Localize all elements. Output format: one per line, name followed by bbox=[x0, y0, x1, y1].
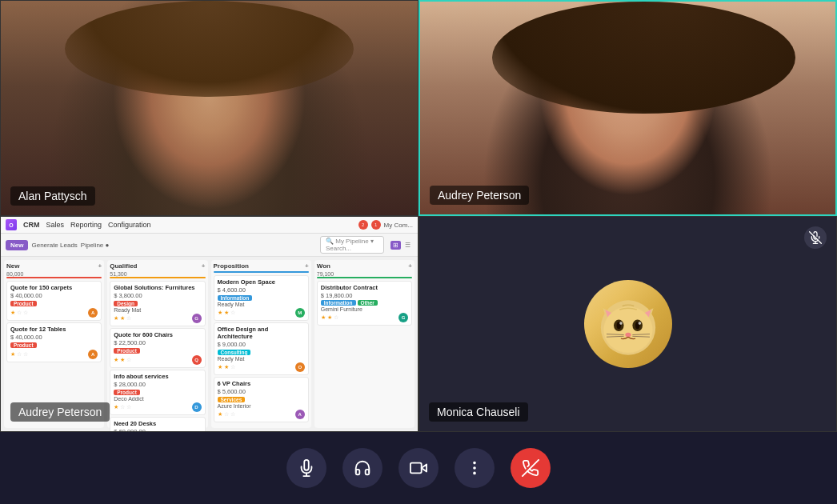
mic-icon bbox=[298, 459, 315, 477]
ss-card-distributor-amount: $ 19,800.00 bbox=[321, 292, 408, 299]
ss-card-carpets: Quote for 150 carpets $ 40,000.00 Produc… bbox=[6, 281, 102, 321]
ss-card-open-space-footer: ★★☆ M bbox=[218, 308, 305, 318]
participant-label-alan: Alan Pattysch bbox=[10, 186, 95, 206]
ss-card-vp-chairs-company: Azure Interior bbox=[218, 403, 305, 409]
video-tile-monica: Monica Chauseli bbox=[418, 216, 837, 432]
mute-icon bbox=[809, 231, 822, 244]
crm-logo: O bbox=[6, 219, 17, 230]
ss-card-architecture-footer: ★★☆ O bbox=[218, 362, 305, 372]
ss-col-qualified-divider bbox=[110, 277, 205, 278]
ss-card-carpets-title: Quote for 150 carpets bbox=[10, 284, 98, 291]
ss-card-architecture-badge: Consulting bbox=[218, 350, 251, 355]
call-controls-bar bbox=[0, 432, 837, 504]
ss-card-carpets-amount: $ 40,000.00 bbox=[10, 292, 98, 299]
ss-card-vp-chairs: 6 VP Chairs $ 5,600.00 Services Azure In… bbox=[214, 377, 309, 422]
ss-new-btn[interactable]: New bbox=[6, 240, 28, 250]
svg-point-24 bbox=[474, 462, 475, 464]
ss-card-vp-chairs-title: 6 VP Chairs bbox=[218, 380, 305, 387]
svg-point-25 bbox=[474, 467, 475, 469]
ss-card-chairs-amount: $ 22,500.00 bbox=[114, 339, 201, 346]
ss-pipeline-label: Pipeline ● bbox=[81, 242, 110, 249]
avatar-5: D bbox=[192, 402, 202, 412]
ss-col-proposition-header: Proposition + bbox=[214, 262, 309, 270]
video-bg-alan bbox=[1, 1, 418, 215]
ss-col-qualified-add[interactable]: + bbox=[202, 262, 206, 270]
star1: ★ bbox=[10, 310, 15, 316]
notification-badge2: 1 bbox=[371, 220, 381, 230]
ss-card-distributor-title: Distributor Contract bbox=[321, 284, 408, 291]
ss-card-services-badge: Product bbox=[114, 390, 140, 395]
ss-col-won-add[interactable]: + bbox=[408, 262, 412, 270]
ss-kanban-view[interactable]: ⊞ bbox=[390, 241, 401, 250]
avatar-2: A bbox=[88, 350, 98, 359]
ss-card-furnitures: Global Solutions: Furnitures $ 3,800.00 … bbox=[110, 281, 205, 326]
ss-card-architecture: Office Design and Architecture $ 9,000.0… bbox=[214, 322, 309, 375]
mic-button[interactable] bbox=[286, 448, 326, 488]
avatar-1: A bbox=[88, 308, 98, 318]
ss-card-vp-chairs-amount: $ 5,600.00 bbox=[218, 388, 305, 395]
ss-nav-config: Configuration bbox=[108, 221, 151, 229]
ss-col-new-header: New + bbox=[6, 262, 102, 270]
ss-col-new-title: New bbox=[6, 262, 19, 270]
cat-image bbox=[592, 288, 664, 360]
ss-search[interactable]: 🔍 My Pipeline ▾ Search... bbox=[320, 236, 384, 254]
ss-card-furnitures-company: Ready Mat bbox=[114, 307, 201, 313]
headset-button[interactable] bbox=[342, 448, 382, 488]
ss-col-proposition-title: Proposition bbox=[214, 262, 249, 270]
camera-icon bbox=[410, 459, 427, 477]
ss-col-proposition: Proposition + Modern Open Space $ 4,600.… bbox=[211, 260, 311, 428]
ss-card-furnitures-amount: $ 3,800.00 bbox=[114, 292, 201, 299]
ss-menubar: O CRM Sales Reporting Configuration 2 1 … bbox=[1, 217, 418, 234]
ss-card-open-space: Modern Open Space $ 4,600.00 Information… bbox=[214, 275, 309, 321]
ss-col-proposition-add[interactable]: + bbox=[305, 262, 309, 270]
ss-col-won-amount: 79,100 bbox=[317, 271, 412, 277]
end-call-button[interactable] bbox=[511, 448, 551, 488]
video-tile-screen-share: O CRM Sales Reporting Configuration 2 1 … bbox=[0, 216, 418, 432]
ss-card-tables-badge: Product bbox=[10, 342, 37, 348]
ss-card-distributor: Distributor Contract $ 19,800.00 Informa… bbox=[317, 281, 412, 326]
ss-col-new-add[interactable]: + bbox=[98, 262, 102, 270]
ss-card-open-space-title: Modern Open Space bbox=[218, 278, 305, 286]
ss-nav-crm: CRM bbox=[23, 221, 40, 229]
ss-card-carpets-badge: Product bbox=[10, 301, 37, 306]
ss-card-distributor-company: Gemini Furniture bbox=[321, 306, 408, 312]
video-tile-alan: Alan Pattysch bbox=[0, 0, 418, 216]
ss-card-services-footer: ★☆☆ D bbox=[114, 402, 201, 412]
participant-label-monica: Monica Chauseli bbox=[429, 402, 528, 422]
ss-col-new-amount: 80,000 bbox=[6, 271, 102, 277]
more-icon bbox=[466, 459, 483, 477]
ss-card-architecture-title: Office Design and Architecture bbox=[218, 326, 305, 340]
ss-generate-leads-btn[interactable]: Generate Leads bbox=[31, 242, 77, 249]
participant-label-audrey-main: Audrey Peterson bbox=[430, 186, 529, 205]
ss-card-architecture-amount: $ 9,000.00 bbox=[218, 341, 305, 348]
svg-point-8 bbox=[603, 306, 652, 353]
ss-card-chairs: Quote for 600 Chairs $ 22,500.00 Product… bbox=[110, 328, 205, 368]
mute-badge bbox=[804, 226, 827, 249]
ss-card-distributor-badges: Information Other bbox=[321, 300, 408, 306]
ss-card-services-company: Deco Addict bbox=[114, 396, 201, 402]
ss-toolbar: New Generate Leads Pipeline ● 🔍 My Pipel… bbox=[1, 234, 418, 257]
ss-card-chairs-badge: Product bbox=[114, 348, 140, 354]
svg-point-13 bbox=[619, 322, 623, 325]
ss-col-qualified-header: Qualified + bbox=[110, 262, 205, 270]
screen-share-content: O CRM Sales Reporting Configuration 2 1 … bbox=[1, 217, 418, 431]
avatar-7: O bbox=[295, 362, 305, 372]
avatar-9: G bbox=[398, 313, 408, 322]
ss-card-chairs-title: Quote for 600 Chairs bbox=[114, 331, 201, 338]
ss-col-qualified-title: Qualified bbox=[110, 262, 137, 270]
ss-col-won-title: Won bbox=[317, 262, 330, 270]
ss-list-view[interactable]: ☰ bbox=[402, 241, 413, 250]
participant-label-audrey-share: Audrey Peterson bbox=[10, 402, 110, 422]
more-button[interactable] bbox=[455, 448, 495, 488]
ss-card-desks-amount: $ 69,000.00 bbox=[114, 428, 201, 431]
ss-card-open-space-amount: $ 4,600.00 bbox=[218, 286, 305, 294]
ss-card-chairs-footer: ★★☆ Q bbox=[114, 355, 201, 365]
ss-col-proposition-divider bbox=[214, 271, 309, 273]
ss-card-tables-footer: ★☆☆ A bbox=[10, 350, 98, 359]
camera-button[interactable] bbox=[398, 448, 439, 488]
ss-col-won-divider bbox=[317, 277, 412, 278]
ss-card-distributor-footer: ★★☆ G bbox=[321, 313, 408, 322]
ss-col-won: Won + 79,100 Distributor Contract $ 19,8… bbox=[314, 260, 414, 428]
headset-icon bbox=[354, 459, 371, 477]
ss-card-furnitures-footer: ★★☆ G bbox=[114, 314, 201, 323]
